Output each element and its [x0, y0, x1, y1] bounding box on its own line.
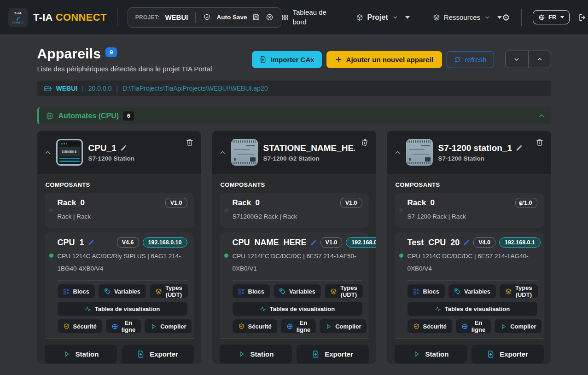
- device-image: [231, 139, 258, 166]
- footer-divider: [220, 338, 369, 339]
- edit-device-name-icon[interactable]: [516, 144, 523, 151]
- variables-button[interactable]: Variables: [99, 284, 146, 298]
- rack-version-badge: V1.0: [340, 198, 362, 208]
- refresh-button[interactable]: refresh: [447, 51, 494, 68]
- edit-cpu-name-icon[interactable]: [463, 239, 470, 246]
- project-label: PROJET:: [135, 14, 160, 21]
- compiler-button[interactable]: Compiler: [145, 319, 192, 333]
- blocs-button[interactable]: Blocs: [408, 284, 445, 298]
- cpu-name: Test_CPU_20: [408, 238, 460, 248]
- card-collapse-chevron[interactable]: [45, 150, 51, 156]
- settings-gear-icon[interactable]: ⚙: [502, 13, 510, 22]
- device-title: STATIONE_NAME_HE...: [263, 143, 355, 153]
- blocs-button[interactable]: Blocs: [58, 284, 95, 298]
- edit-cpu-name-icon[interactable]: [310, 239, 317, 246]
- securite-button[interactable]: Sécurité: [58, 319, 102, 333]
- collapse-all-button[interactable]: [506, 51, 528, 68]
- nav-projet-label: Projet: [367, 13, 388, 22]
- en-ligne-button[interactable]: En ligne: [281, 319, 316, 333]
- rack-component: Rack_0 V1.0 Rack | Rack: [45, 193, 194, 228]
- securite-button[interactable]: Sécurité: [233, 319, 277, 333]
- save-button[interactable]: [252, 13, 260, 21]
- types-udt-button[interactable]: Types (UDT): [150, 284, 188, 298]
- import-cax-button[interactable]: Importer CAx: [252, 51, 322, 68]
- footer-divider: [395, 338, 544, 339]
- dashboard-grid-icon: [281, 14, 289, 21]
- exporter-button[interactable]: Exporter: [297, 345, 369, 363]
- card-collapse-chevron[interactable]: [395, 150, 401, 156]
- close-project-button[interactable]: [266, 13, 274, 21]
- layers-icon: [433, 14, 440, 21]
- cube-icon: [356, 14, 363, 21]
- waveform-icon: [85, 306, 92, 312]
- logo-text-top: T-IA: [14, 11, 22, 15]
- station-button[interactable]: Station: [220, 345, 292, 363]
- nav-ressources[interactable]: Ressources: [433, 13, 502, 21]
- device-cards-grid: SIEMENS CPU_1 S7-1200 Station COMPOSANTS: [37, 131, 551, 364]
- tables-visualisation-button[interactable]: Tables de visualisation: [233, 302, 362, 316]
- save-icon: [252, 13, 260, 21]
- rack-subtitle: S71200G2 Rack | Rack: [233, 210, 362, 223]
- page-subtitle: Liste des périphériques détectés dans le…: [37, 65, 212, 73]
- types-udt-button[interactable]: Types (UDT): [500, 284, 538, 298]
- cpu-subtitle: CPU 1214C DC/DC/DC | 6ES7 214-1AG40-0XB0…: [408, 250, 537, 275]
- chevron-up-icon: [537, 57, 542, 62]
- tag-icon: [104, 288, 111, 295]
- edit-device-name-icon[interactable]: [120, 144, 127, 151]
- trash-icon: [536, 138, 544, 146]
- card-footer: Station Exporter: [45, 338, 194, 363]
- rack-component: Rack_0 V1.0 S7-1200 Rack | Rack: [395, 193, 544, 228]
- delete-device-button[interactable]: [536, 138, 544, 146]
- compiler-button[interactable]: Compiler: [495, 319, 541, 333]
- device-head-text: STATIONE_NAME_HE... S7-1200 G2 Station: [263, 143, 355, 162]
- compiler-button[interactable]: Compiler: [320, 319, 367, 333]
- exporter-button[interactable]: Exporter: [472, 345, 544, 363]
- device-card-header: SIEMENS CPU_1 S7-1200 Station: [37, 131, 201, 174]
- tables-visualisation-button[interactable]: Tables de visualisation: [58, 302, 187, 316]
- caret-down-icon: [560, 16, 564, 18]
- delete-device-button[interactable]: [186, 138, 194, 146]
- robot-arm-icon: [15, 16, 21, 21]
- types-udt-button[interactable]: Types (UDT): [325, 284, 363, 298]
- rack-name: Rack_0: [408, 198, 435, 208]
- nav-dashboard[interactable]: Tableau de bord: [281, 8, 333, 27]
- logo-text-bottom: CONNECT: [12, 22, 23, 24]
- collapse-expand-control: [505, 51, 551, 68]
- language-selector[interactable]: FR: [533, 10, 570, 24]
- project-version: 20.0.0.0: [88, 85, 112, 92]
- blocs-button[interactable]: Blocs: [233, 284, 270, 298]
- expand-all-button[interactable]: [528, 51, 551, 68]
- add-device-button[interactable]: Ajouter un nouvel appareil: [326, 51, 442, 68]
- section-count-badge: 6: [123, 111, 134, 121]
- cpu-divider: [233, 280, 362, 281]
- card-collapse-chevron[interactable]: [220, 150, 226, 156]
- variables-button[interactable]: Variables: [448, 284, 496, 298]
- en-ligne-button[interactable]: En ligne: [456, 319, 491, 333]
- section-collapse-chevron[interactable]: [538, 113, 545, 119]
- device-card: STATIONE_NAME_HE... S7-1200 G2 Station C…: [212, 131, 376, 364]
- project-name: WEBUI: [165, 13, 188, 21]
- page-header: Appareils 9 Liste des périphériques déte…: [37, 46, 551, 73]
- cpu-subtitle: CPU 1214C AC/DC/Rly SIPLUS | 6AG1 214-1B…: [58, 250, 187, 275]
- top-bar: T-IA CONNECT T-IACONNECT PROJET: WEBUI A…: [0, 0, 588, 35]
- delete-device-button[interactable]: [361, 138, 369, 146]
- nav-projet[interactable]: Projet: [356, 13, 409, 22]
- edit-cpu-name-icon[interactable]: [88, 239, 94, 246]
- plus-icon: [335, 56, 342, 63]
- variables-button[interactable]: Variables: [274, 284, 321, 298]
- export-file-icon: [487, 350, 495, 358]
- en-ligne-button[interactable]: En ligne: [106, 319, 141, 333]
- device-head-text: S7-1200 station_1 S7-1200 Station: [438, 143, 530, 162]
- exporter-button[interactable]: Exporter: [122, 345, 194, 363]
- section-automates-header[interactable]: Automates (CPU) 6: [37, 107, 551, 124]
- station-button[interactable]: Station: [45, 345, 117, 363]
- blocks-icon: [238, 288, 245, 295]
- rack-subtitle: Rack | Rack: [58, 210, 187, 223]
- logout-button[interactable]: [578, 13, 587, 22]
- station-button[interactable]: Station: [395, 345, 467, 363]
- cpu-ip-badge: 192.168.0.1: [499, 237, 541, 248]
- cpu-component: CPU_1 V4.6 192.168.0.10 CPU 1214C AC/DC/…: [45, 232, 194, 338]
- securite-button[interactable]: Sécurité: [408, 319, 452, 333]
- tables-visualisation-button[interactable]: Tables de visualisation: [408, 302, 537, 316]
- path-separator: |: [82, 85, 84, 92]
